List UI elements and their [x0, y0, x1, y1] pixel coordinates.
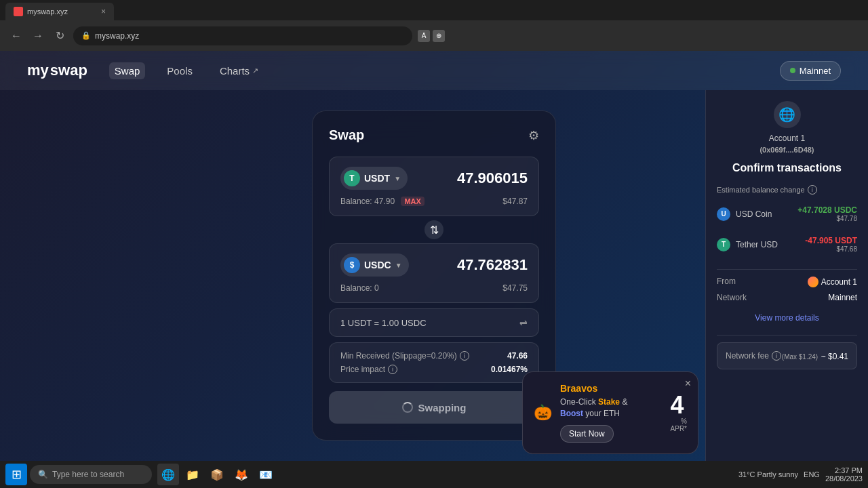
back-button[interactable]: ← [8, 28, 24, 44]
search-placeholder: Type here to search [52, 470, 124, 479]
taskbar-app-4[interactable]: 🦊 [231, 464, 252, 485]
tether-row: T Tether USD -47.905 USDT $47.68 [717, 232, 857, 257]
tab-close-button[interactable]: × [101, 7, 106, 16]
to-token-amount[interactable]: 47.762831 [457, 256, 528, 274]
swap-direction-button[interactable]: ⇅ [425, 220, 443, 239]
loading-spinner [402, 402, 413, 413]
ad-text: One-Click Stake & Boost your ETH [560, 396, 663, 420]
ad-start-button[interactable]: Start Now [560, 425, 614, 443]
to-balance: Balance: 0 [340, 283, 379, 293]
to-token-top: $ USDC ▼ 47.762831 [340, 253, 528, 277]
ad-content: Braavos One-Click Stake & Boost your ETH… [560, 383, 663, 443]
settings-icon[interactable]: ⚙ [528, 128, 539, 143]
forward-button[interactable]: → [30, 28, 46, 44]
braavos-ad: × 🎃 Braavos One-Click Stake & Boost your… [522, 371, 698, 454]
tether-usd: $47.68 [805, 245, 857, 253]
network-value: Mainnet [828, 293, 857, 302]
usd-coin-left: U USD Coin [717, 207, 772, 221]
ad-boost-text: Boost [560, 409, 583, 418]
nav-link-swap[interactable]: Swap [109, 62, 146, 79]
network-row: Network Mainnet [717, 293, 857, 302]
to-token-bottom: Balance: 0 $47.75 [340, 283, 528, 293]
ext-icon-2[interactable]: ⊕ [433, 30, 445, 42]
price-impact-row: Price impact i 0.01467% [340, 365, 528, 374]
usdc-coin-icon: U [717, 207, 730, 221]
ad-stake-text: Stake [598, 397, 620, 407]
nav-link-charts[interactable]: Charts ↗ [214, 62, 264, 79]
ext-icon-1[interactable]: A [418, 30, 430, 42]
swap-card: Swap ⚙ T USDT ▼ 47.906015 Balance: 47.90 [312, 110, 556, 441]
trade-info: Min Received (Slippage=0.20%) i 47.66 Pr… [329, 342, 539, 383]
taskbar-app-2[interactable]: 📁 [182, 464, 203, 485]
from-row: From Account 1 [717, 277, 857, 287]
estimated-balance-label: Estimated balance change i [717, 185, 857, 195]
browser-tab[interactable]: myswap.xyz × [5, 3, 114, 20]
network-label: Network [717, 293, 747, 302]
from-token-name: USDT [364, 173, 390, 184]
browser-extensions: A ⊕ [418, 30, 445, 42]
from-usd-value: $47.87 [502, 197, 528, 206]
ad-close-button[interactable]: × [685, 378, 691, 390]
to-token-selector[interactable]: $ USDC ▼ [340, 253, 409, 277]
tether-name: Tether USD [736, 240, 778, 249]
top-nav: myswap Swap Pools Charts ↗ Mainnet [0, 51, 868, 90]
main-content: Swap ⚙ T USDT ▼ 47.906015 Balance: 47.90 [0, 90, 868, 461]
swap-title: Swap [329, 127, 364, 143]
usdc-icon: $ [344, 257, 360, 273]
swap-button-label: Swapping [418, 402, 467, 413]
address-bar[interactable]: 🔒 myswap.xyz [73, 26, 412, 45]
to-token-name: USDC [364, 260, 391, 270]
url-text: myswap.xyz [95, 31, 139, 41]
logo-text: my [27, 62, 49, 79]
globe-icon: 🌐 [774, 101, 801, 128]
from-token-top: T USDT ▼ 47.906015 [340, 167, 528, 190]
taskbar-app-1[interactable]: 🌐 [157, 464, 179, 485]
taskbar-right: 31°C Partly sunny ENG 2:37 PM 28/08/2023 [738, 466, 863, 483]
max-button[interactable]: MAX [401, 197, 424, 206]
mainnet-button[interactable]: Mainnet [780, 61, 841, 81]
taskbar-app-3[interactable]: 📦 [206, 464, 228, 485]
nav-link-pools[interactable]: Pools [161, 62, 198, 79]
taskbar-search[interactable]: 🔍 Type here to search [30, 465, 152, 484]
taskbar-temp: 31°C Partly sunny [738, 470, 798, 479]
start-button[interactable]: ⊞ [5, 464, 27, 485]
usdt-icon: T [344, 170, 360, 186]
fee-info-icon[interactable]: i [772, 351, 781, 361]
tab-favicon [14, 7, 23, 16]
browser-toolbar: ← → ↻ 🔒 myswap.xyz A ⊕ [0, 20, 868, 51]
rate-swap-icon: ⇌ [519, 317, 528, 328]
taskbar-app-5[interactable]: 📧 [255, 464, 277, 485]
swap-button[interactable]: Swapping [329, 391, 539, 424]
refresh-button[interactable]: ↻ [52, 28, 68, 44]
fee-value: ~ $0.41 [821, 352, 848, 361]
fee-max: (Max $1.24) [782, 353, 818, 361]
swap-arrow-container: ⇅ [329, 220, 539, 239]
panel-account: 🌐 Account 1 (0x069f....6D48) [717, 101, 857, 154]
usd-coin-row: U USD Coin +47.7028 USDC $47.78 [717, 201, 857, 226]
ad-logo: 🎃 [534, 404, 552, 422]
taskbar: ⊞ 🔍 Type here to search 🌐 📁 📦 🦊 📧 31°C P… [0, 461, 868, 488]
divider-1 [717, 269, 857, 270]
min-received-info-icon[interactable]: i [460, 351, 469, 361]
price-impact-info-icon[interactable]: i [388, 365, 397, 374]
search-icon: 🔍 [38, 470, 48, 479]
fee-value-container: (Max $1.24) ~ $0.41 [782, 350, 848, 362]
estimated-balance-info-icon[interactable]: i [808, 185, 817, 195]
account-label: Account 1 [717, 134, 857, 143]
from-token-selector[interactable]: T USDT ▼ [340, 167, 408, 190]
ad-percent: 4 [671, 393, 687, 418]
from-token-bottom: Balance: 47.90 MAX $47.87 [340, 197, 528, 206]
to-usd-value: $47.75 [502, 283, 528, 293]
browser-chrome: myswap.xyz × ← → ↻ 🔒 myswap.xyz A ⊕ [0, 0, 868, 51]
account-id: (0x069f....6D48) [717, 146, 857, 154]
taskbar-apps: 🌐 📁 📦 🦊 📧 [157, 464, 277, 485]
external-link-icon: ↗ [252, 66, 258, 75]
price-impact-value: 0.01467% [491, 365, 528, 374]
view-details-link[interactable]: View more details [717, 313, 857, 323]
to-token-chevron: ▼ [395, 262, 402, 269]
from-value: Account 1 [808, 277, 857, 287]
rate-text: 1 USDT = 1.00 USDC [340, 318, 427, 328]
min-received-value: 47.66 [507, 351, 528, 361]
usd-coin-right: +47.7028 USDC $47.78 [797, 205, 857, 222]
from-token-amount[interactable]: 47.906015 [457, 169, 528, 187]
